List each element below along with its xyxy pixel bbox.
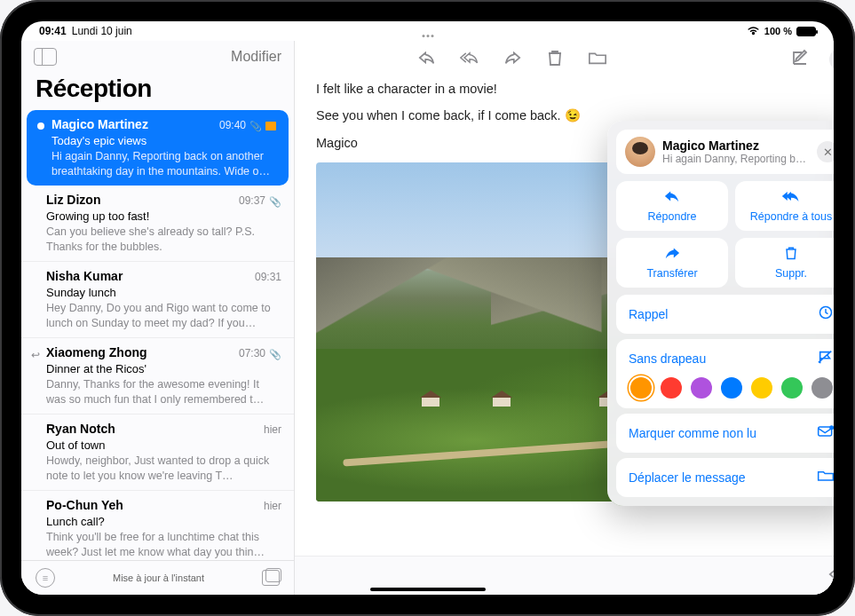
mail-preview: Howdy, neighbor, Just wanted to drop a q… [46,454,281,483]
mailbox-title: Réception [21,73,294,110]
reply-all-icon[interactable] [460,48,479,71]
mail-preview: Danny, Thanks for the awesome evening! I… [46,377,281,407]
replied-icon: ↩︎ [31,349,40,363]
flag-row[interactable]: Sans drapeau [616,339,834,408]
mail-time: hier [264,500,281,514]
mail-subject: Growing up too fast! [46,209,281,225]
mail-item[interactable]: Nisha Kumar09:31 Sunday lunchHey Danny, … [21,262,294,338]
mail-preview: Can you believe she's already so tall? P… [46,225,281,254]
popover-sender-preview: Hi again Danny, Reporting back o… [662,153,810,165]
mail-sender: Nisha Kumar [46,268,123,284]
mail-sender: Ryan Notch [46,421,115,437]
wifi-icon [747,26,760,37]
forward-icon[interactable] [503,48,522,71]
mail-time: 07:30 📎 [239,347,281,361]
svg-point-2 [829,425,834,430]
home-indicator[interactable] [370,588,486,591]
mail-preview: Hi again Danny, Reporting back on anothe… [51,149,276,178]
mail-item[interactable]: Po-Chun Yehhier Lunch call?Think you'll … [21,491,294,560]
battery-percent: 100 % [764,26,792,36]
reply-button[interactable]: Répondre [616,181,728,231]
attachment-icon: 📎 [249,120,262,132]
flag-icon [265,122,276,130]
popover-sender-name: Magico Martinez [662,138,810,153]
reply-icon [662,188,682,208]
folder-icon[interactable] [588,48,607,71]
mark-unread-row[interactable]: Marquer comme non lu [616,414,834,453]
mail-sender: Po-Chun Yeh [46,497,123,513]
mail-preview: Think you'll be free for a lunchtime cha… [46,530,281,559]
message-actions-popover: Magico Martinez Hi again Danny, Reportin… [607,121,834,506]
mail-time: 09:37 📎 [239,194,281,209]
mail-subject: Dinner at the Ricos' [46,362,281,377]
body-line: I felt like a character in a movie! [316,82,834,96]
flag-color-picker [629,377,834,399]
mail-time: hier [264,423,281,438]
close-icon[interactable]: ✕ [817,141,834,162]
flag-color-3[interactable] [721,377,742,399]
mail-item[interactable]: Magico Martinez09:40 📎Today's epic views… [27,110,289,186]
envelope-dot-icon [817,423,834,443]
flag-color-2[interactable] [691,377,712,399]
mail-subject: Sunday lunch [46,286,281,301]
mail-item[interactable]: Liz Dizon09:37 📎Growing up too fast!Can … [21,186,294,262]
filter-button[interactable] [36,568,55,588]
trash-icon[interactable] [545,48,565,71]
screen: 09:41 Lundi 10 juin 100 % Modifier Récep… [21,21,834,595]
mail-item[interactable]: Ryan Notchhier Out of townHowdy, neighbo… [21,415,294,491]
ipad-frame: 09:41 Lundi 10 juin 100 % Modifier Récep… [0,0,855,616]
unread-dot-icon [37,122,44,130]
forward-button[interactable]: Transférer [616,238,728,288]
folder-icon [817,468,834,487]
mail-item[interactable]: ↩︎Xiaomeng Zhong07:30 📎Dinner at the Ric… [21,338,294,415]
mail-subject: Lunch call? [46,515,281,530]
status-date: Lundi 10 juin [72,25,132,37]
status-bar: 09:41 Lundi 10 juin 100 % [21,21,834,41]
mail-sender: Magico Martinez [51,116,148,132]
mail-sender: Liz Dizon [46,192,100,208]
battery-icon [796,27,816,36]
clock-icon [817,304,834,324]
flag-color-6[interactable] [811,377,833,399]
mail-list: Magico Martinez09:40 📎Today's epic views… [21,110,294,560]
attachment-icon: 📎 [269,348,281,360]
sidebar-toggle-button[interactable] [34,48,57,66]
forward-icon [662,245,682,265]
attachment-icon: 📎 [269,195,281,208]
flag-color-0[interactable] [630,377,652,399]
trash-icon [781,245,801,265]
mail-subject: Out of town [46,438,281,454]
mail-time: 09:31 [255,271,281,285]
message-toolbar [295,41,834,78]
more-icon[interactable] [829,49,834,70]
avatar[interactable] [625,137,655,167]
remind-row[interactable]: Rappel [616,295,834,334]
status-time: 09:41 [39,25,67,37]
flag-color-1[interactable] [661,377,682,399]
sidebar: Modifier Réception Magico Martinez09:40 … [21,41,295,595]
mailboxes-button[interactable] [262,570,280,586]
popover-header: Magico Martinez Hi again Danny, Reportin… [616,130,834,174]
quick-reply-icon[interactable] [827,565,834,588]
reply-all-button[interactable]: Répondre à tous [735,181,834,231]
message-pane: I felt like a character in a movie! See … [295,41,834,595]
reply-all-icon [781,188,801,208]
flag-off-icon [817,349,834,368]
flag-color-5[interactable] [781,377,803,399]
mail-sender: Xiaomeng Zhong [46,344,147,360]
flag-color-4[interactable] [751,377,772,399]
reply-icon[interactable] [417,48,437,71]
delete-button[interactable]: Suppr. [735,238,834,288]
sync-status: Mise à jour à l'instant [113,573,204,583]
mail-subject: Today's epic views [51,134,276,149]
move-message-row[interactable]: Déplacer le message [616,458,834,497]
mail-time: 09:40 📎 [219,119,276,133]
mail-preview: Hey Danny, Do you and Rigo want to come … [46,301,281,330]
edit-button[interactable]: Modifier [231,49,281,65]
compose-icon[interactable] [790,48,810,71]
multitask-dots[interactable] [422,35,433,37]
